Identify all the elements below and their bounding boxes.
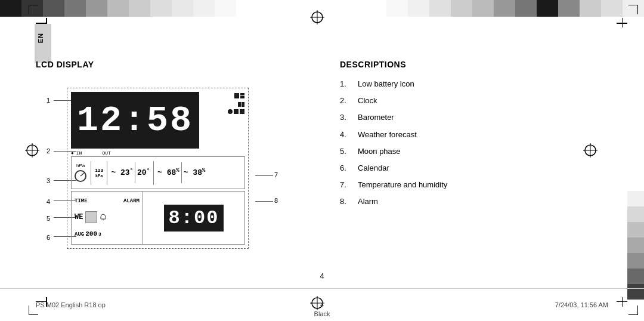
weather-icon-3 bbox=[240, 109, 244, 114]
lcd-box: 12:58 bbox=[67, 88, 249, 249]
desc-list: 1. Low battery icon 2. Clock 3. Baromete… bbox=[340, 79, 632, 208]
footer-doc-info: PS M02 English R18 op bbox=[36, 301, 106, 308]
reg-line-4 bbox=[622, 18, 623, 27]
sep-3 bbox=[135, 162, 135, 183]
weather-icon-2 bbox=[234, 109, 239, 114]
desc-item-3: 3. Barometer bbox=[340, 112, 632, 123]
svg-line-13 bbox=[80, 173, 84, 176]
ann-line-8 bbox=[255, 201, 273, 202]
footer-color-label: Black bbox=[314, 310, 330, 317]
desc-item-6: 6. Calendar bbox=[340, 163, 632, 174]
cal-row-3: AUG 200 3 bbox=[75, 230, 140, 237]
pressure-val: 123 bbox=[95, 168, 103, 173]
temp2-val: 20 bbox=[137, 169, 147, 178]
swatch-3 bbox=[43, 0, 64, 17]
tilde-3: ~ bbox=[184, 169, 188, 178]
page-number-center: 4 bbox=[320, 271, 324, 280]
temp1-display: ~ 23° bbox=[111, 168, 133, 177]
swatch-7 bbox=[129, 0, 150, 17]
calendar-section: TIME ALARM WE bbox=[72, 192, 143, 244]
indicator-row: ● IN OUT bbox=[71, 150, 111, 156]
temp1-val: 23 bbox=[120, 169, 130, 178]
swatch-r9 bbox=[558, 0, 580, 17]
main-content: LCD DISPLAY 1 2 3 4 5 6 7 8 bbox=[36, 60, 632, 285]
swatch-r2 bbox=[408, 0, 429, 17]
desc-num-4: 4. bbox=[340, 129, 358, 140]
desc-title: DESCRIPTIONS bbox=[340, 60, 632, 69]
swatch-10 bbox=[193, 0, 215, 17]
temp1-unit: ° bbox=[130, 168, 133, 174]
pressure-kpa: kPa bbox=[95, 174, 103, 178]
footer-timestamp: 7/24/03, 11:56 AM bbox=[555, 301, 608, 308]
label-2: 2 bbox=[47, 147, 50, 155]
crosshair-top bbox=[310, 10, 324, 24]
tilde-2: ~ bbox=[157, 169, 162, 178]
cal-row-2: WE bbox=[75, 211, 140, 223]
bat-2 bbox=[242, 102, 244, 107]
pm-blocks bbox=[240, 93, 244, 98]
desc-panel: DESCRIPTIONS 1. Low battery icon 2. Cloc… bbox=[316, 60, 632, 285]
mid-section: hPa 123 kPa bbox=[71, 156, 245, 189]
aug-label: AUG bbox=[75, 232, 84, 237]
sep-4 bbox=[153, 161, 154, 185]
sep-5 bbox=[181, 162, 182, 183]
bottom-section: TIME ALARM WE bbox=[71, 191, 245, 245]
humid2-unit: % bbox=[202, 168, 205, 174]
desc-text-3: Barometer bbox=[358, 112, 632, 123]
top-right-icons bbox=[228, 93, 244, 114]
language-label: EN bbox=[37, 33, 44, 43]
sep-2 bbox=[107, 161, 107, 185]
alarm-time-display: 8:00 bbox=[164, 205, 224, 232]
weather-icon-1 bbox=[228, 109, 233, 114]
label-8: 8 bbox=[274, 197, 278, 204]
day-val: WE bbox=[75, 213, 83, 221]
date-display: 200 bbox=[85, 230, 97, 237]
desc-num-3: 3. bbox=[340, 112, 358, 123]
lcd-title: LCD DISPLAY bbox=[36, 60, 316, 69]
desc-text-4: Weather forecast bbox=[358, 129, 632, 140]
swatch-r10 bbox=[580, 0, 601, 17]
label-7: 7 bbox=[274, 171, 278, 178]
baro-label: hPa bbox=[76, 163, 85, 168]
battery-icon bbox=[238, 102, 244, 107]
moon-symbol: ● bbox=[71, 150, 74, 156]
corner-mark-tr bbox=[628, 5, 638, 14]
temp-humid-section: ~ 23° 20° bbox=[111, 162, 150, 183]
desc-text-6: Calendar bbox=[358, 163, 632, 174]
label-4: 4 bbox=[47, 198, 50, 205]
label-6: 6 bbox=[47, 234, 50, 241]
desc-item-1: 1. Low battery icon bbox=[340, 79, 632, 89]
desc-num-8: 8. bbox=[340, 196, 358, 207]
desc-text-1: Low battery icon bbox=[358, 79, 632, 89]
swatch-r5 bbox=[472, 0, 494, 17]
humid1-display: ~ 68% bbox=[157, 168, 179, 177]
alarm-bell-icon bbox=[100, 214, 107, 221]
swatch-r11 bbox=[601, 0, 623, 17]
label-3: 3 bbox=[47, 177, 50, 184]
bat-1 bbox=[238, 102, 241, 107]
label-5: 5 bbox=[47, 215, 50, 222]
out-label: OUT bbox=[102, 150, 110, 156]
desc-text-7: Temperature and humidity bbox=[358, 180, 632, 190]
desc-num-6: 6. bbox=[340, 163, 358, 174]
desc-item-4: 4. Weather forecast bbox=[340, 129, 632, 140]
sep-1 bbox=[91, 161, 91, 185]
pm-block-2 bbox=[240, 93, 244, 95]
pm-block-3 bbox=[240, 96, 244, 98]
alarm-section: 8:00 bbox=[143, 192, 244, 244]
swatch-1 bbox=[0, 0, 21, 17]
humid2-display: ~ 38% bbox=[184, 168, 206, 177]
ann-line-7 bbox=[255, 175, 273, 176]
humid1-val: 68 bbox=[167, 169, 177, 178]
lcd-panel: LCD DISPLAY 1 2 3 4 5 6 7 8 bbox=[36, 60, 316, 285]
humid2-val: 38 bbox=[193, 169, 202, 178]
desc-num-5: 5. bbox=[340, 146, 358, 157]
desc-item-8: 8. Alarm bbox=[340, 196, 632, 207]
baro-gauge-icon bbox=[74, 169, 87, 183]
temp2-unit: ° bbox=[147, 168, 150, 174]
desc-item-5: 5. Moon phase bbox=[340, 146, 632, 157]
desc-text-5: Moon phase bbox=[358, 146, 632, 157]
swatch-r3 bbox=[429, 0, 451, 17]
footer-page-num: 4 bbox=[320, 301, 324, 308]
humidity-section: ~ 68% ~ 38% bbox=[157, 162, 205, 183]
